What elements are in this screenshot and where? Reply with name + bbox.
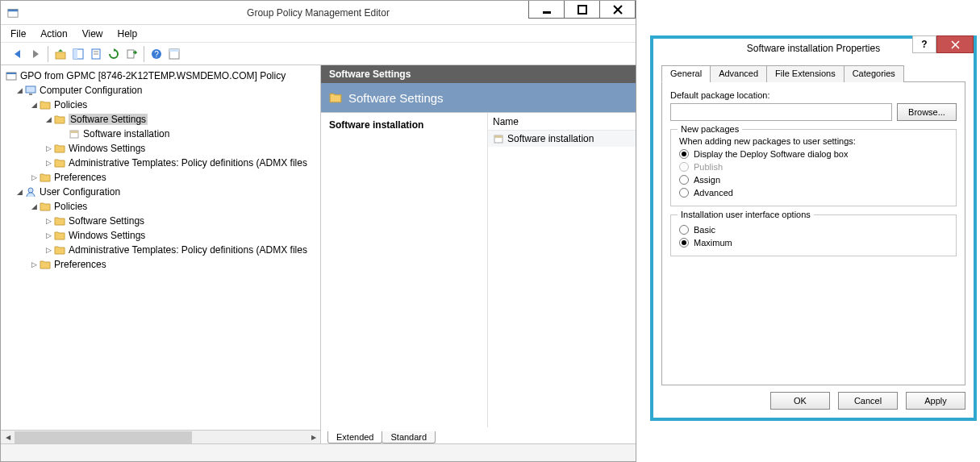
- tab-file-extensions[interactable]: File Extensions: [766, 65, 844, 82]
- tab-categories[interactable]: Categories: [844, 65, 904, 82]
- minimize-button[interactable]: [528, 1, 565, 19]
- default-location-input[interactable]: [670, 103, 892, 121]
- radio-basic[interactable]: [679, 225, 689, 235]
- dialog-close-button[interactable]: [936, 35, 974, 53]
- dialog-action-buttons: OK Cancel Apply: [661, 392, 965, 410]
- tree-item-software-settings[interactable]: Software Settings: [69, 114, 148, 125]
- up-button[interactable]: [52, 45, 69, 63]
- expand-icon[interactable]: ▷: [43, 157, 54, 169]
- detail-description: Software installation: [321, 113, 487, 427]
- folder-icon: [40, 100, 51, 110]
- tree-item-user-config[interactable]: User Configuration: [40, 186, 120, 198]
- menu-file[interactable]: File: [10, 28, 26, 40]
- tree-item-computer-config[interactable]: Computer Configuration: [40, 85, 142, 96]
- horizontal-scrollbar[interactable]: ◀ ▶: [1, 430, 320, 443]
- tree-item-preferences[interactable]: Preferences: [54, 172, 106, 183]
- show-tree-button[interactable]: [69, 45, 87, 63]
- scroll-left-button[interactable]: ◀: [1, 431, 15, 443]
- svg-rect-18: [6, 73, 16, 74]
- folder-icon: [40, 173, 51, 182]
- list-item[interactable]: Software installation: [488, 131, 636, 147]
- tree-item-software-settings[interactable]: Software Settings: [69, 215, 144, 227]
- collapse-icon[interactable]: ◢: [28, 99, 40, 110]
- tab-extended[interactable]: Extended: [327, 431, 382, 443]
- collapse-icon[interactable]: ◢: [43, 114, 54, 125]
- properties-button[interactable]: [87, 45, 105, 63]
- radio-maximum[interactable]: [679, 238, 689, 248]
- package-icon: [493, 134, 504, 144]
- maximize-icon: [578, 5, 587, 15]
- tab-general[interactable]: General: [661, 65, 711, 82]
- expand-icon[interactable]: ▷: [43, 230, 54, 241]
- groupbox-title: Installation user interface options: [678, 210, 814, 219]
- cancel-button[interactable]: Cancel: [838, 392, 898, 410]
- filter-button[interactable]: [165, 45, 183, 63]
- collapse-icon[interactable]: ◢: [14, 85, 25, 96]
- window-title: Group Policy Management Editor: [247, 7, 390, 19]
- svg-rect-19: [26, 86, 35, 93]
- apply-button[interactable]: Apply: [906, 392, 965, 410]
- policy-tree[interactable]: GPO from GPMC [8746-2K12TEMP.WSMDEMO.COM…: [1, 65, 320, 430]
- radio-label: Display the Deploy Software dialog box: [694, 149, 848, 159]
- radio-display-dialog[interactable]: [679, 149, 689, 159]
- folder-icon: [54, 216, 65, 226]
- column-header-name[interactable]: Name: [488, 113, 636, 131]
- ok-button[interactable]: OK: [770, 392, 830, 410]
- collapse-icon[interactable]: ◢: [14, 186, 25, 198]
- close-button[interactable]: [599, 1, 636, 19]
- tree-item-windows-settings[interactable]: Windows Settings: [69, 143, 145, 154]
- forward-button[interactable]: [27, 45, 44, 63]
- help-button[interactable]: ?: [148, 45, 165, 63]
- tree-item-software-installation[interactable]: Software installation: [83, 128, 169, 139]
- radio-label: Assign: [694, 175, 720, 185]
- browse-button[interactable]: Browse...: [897, 103, 957, 121]
- title-bar: Group Policy Management Editor: [1, 1, 636, 25]
- tree-item-preferences[interactable]: Preferences: [54, 259, 106, 270]
- menu-help[interactable]: Help: [118, 28, 138, 40]
- tab-advanced[interactable]: Advanced: [710, 65, 767, 82]
- tree-item-policies[interactable]: Policies: [54, 201, 87, 212]
- svg-rect-22: [70, 131, 78, 133]
- back-button[interactable]: [9, 45, 27, 63]
- expand-icon[interactable]: ▷: [43, 244, 54, 256]
- maximize-button[interactable]: [564, 1, 600, 19]
- app-icon: [7, 7, 19, 19]
- detail-header-bar: Software Settings: [321, 65, 636, 83]
- menu-bar: File Action View Help: [1, 25, 636, 43]
- svg-rect-25: [494, 135, 503, 138]
- expand-icon[interactable]: ▷: [28, 259, 40, 270]
- computer-icon: [25, 85, 36, 95]
- tree-item-root[interactable]: GPO from GPMC [8746-2K12TEMP.WSMDEMO.COM…: [20, 70, 286, 81]
- expand-icon[interactable]: ▷: [43, 143, 54, 154]
- folder-icon: [54, 245, 65, 255]
- refresh-icon: [108, 48, 119, 60]
- tab-standard[interactable]: Standard: [382, 431, 436, 443]
- tree-item-admin-templates[interactable]: Administrative Templates: Policy definit…: [69, 157, 307, 169]
- radio-label: Maximum: [694, 238, 732, 248]
- menu-view[interactable]: View: [82, 28, 103, 40]
- groupbox-new-packages: New packages When adding new packages to…: [670, 129, 957, 206]
- status-bar: [1, 443, 636, 461]
- dialog-help-button[interactable]: ?: [912, 35, 936, 53]
- close-icon: [951, 40, 960, 49]
- menu-action[interactable]: Action: [40, 28, 67, 40]
- software-installation-properties-dialog: Software installation Properties ? Gener…: [650, 35, 977, 421]
- folder-up-icon: [55, 48, 66, 60]
- tree-item-admin-templates[interactable]: Administrative Templates: Policy definit…: [69, 244, 307, 256]
- export-button[interactable]: [123, 45, 140, 63]
- radio-assign[interactable]: [679, 175, 689, 185]
- list-item-label: Software installation: [507, 133, 594, 144]
- folder-icon: [54, 158, 65, 168]
- detail-title-text: Software Settings: [348, 91, 444, 105]
- radio-advanced[interactable]: [679, 188, 689, 198]
- scroll-right-button[interactable]: ▶: [307, 431, 320, 443]
- scrollbar-track[interactable]: [15, 431, 307, 443]
- expand-icon[interactable]: ▷: [28, 172, 40, 183]
- expand-icon[interactable]: ▷: [43, 215, 54, 227]
- collapse-icon[interactable]: ◢: [28, 201, 40, 212]
- refresh-button[interactable]: [105, 45, 123, 63]
- svg-point-23: [28, 188, 33, 193]
- tree-item-windows-settings[interactable]: Windows Settings: [69, 230, 145, 241]
- tree-item-policies[interactable]: Policies: [54, 99, 87, 110]
- scrollbar-thumb[interactable]: [15, 431, 192, 443]
